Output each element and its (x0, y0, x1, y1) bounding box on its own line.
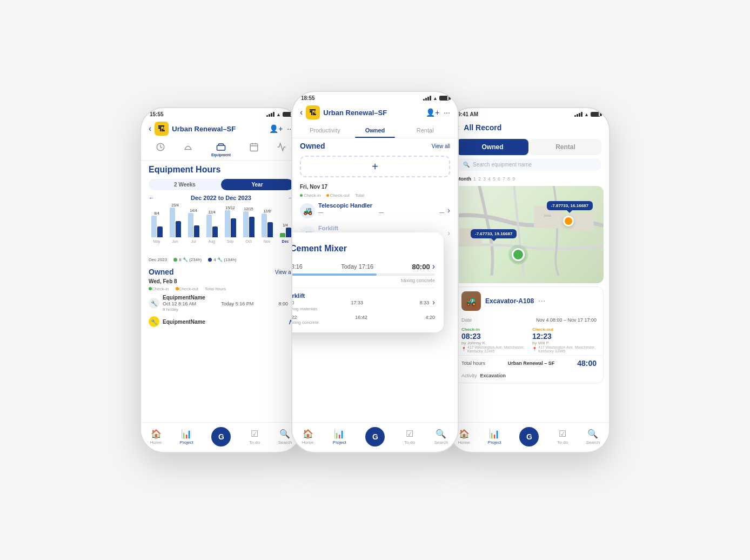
bnav-todo-left[interactable]: ☑ To-do (249, 429, 260, 445)
more-center[interactable]: ··· (444, 108, 450, 117)
status-bar-center: 18:55 ▲ (292, 92, 458, 102)
popup-title: Cement Mixer (291, 244, 347, 254)
popup-times-row: Oct 12 08:16 Today 17:16 80:00 › (291, 262, 435, 271)
date-label-left: Wed, Feb 8 (141, 277, 301, 285)
prev-date-btn[interactable]: ← (149, 195, 155, 201)
nav-calendar[interactable] (249, 142, 259, 157)
nav-helmet[interactable] (183, 142, 193, 157)
tab-rental[interactable]: Rental (400, 123, 450, 138)
add-person-center[interactable]: 👤+ (426, 108, 439, 117)
svg-rect-3 (250, 144, 258, 151)
fri-label: Fri, Nov 17 (292, 182, 458, 192)
bnav-home-left[interactable]: 🏠 Home (150, 429, 162, 445)
bnav-project-right[interactable]: 📊 Project (488, 429, 501, 445)
popup-forklift[interactable]: 🚛 Forklift 9:00 17:33 8:33 Moving materi… (291, 292, 435, 311)
owned-rental-toggle: Owned Rental (457, 139, 601, 155)
map-marker-green (508, 245, 528, 264)
chevron-telescopic: › (447, 206, 450, 215)
header-actions-left: 👤+ ··· (269, 124, 293, 133)
period-year[interactable]: Year (221, 179, 293, 190)
back-button-left[interactable]: ‹ (149, 124, 151, 134)
bnav-search-center[interactable]: 🔍 Search (434, 429, 448, 445)
search-box-right[interactable]: 🔍 Search equipment name (457, 158, 601, 171)
excavator-card: 🚜 Excavator-A108 ··· Date Nov 4 08:00 – … (454, 286, 604, 383)
checkout-col: Check-out 12:23 by Will P. 📍 417 Washing… (532, 327, 597, 353)
all-record-header: ‹ All Record (449, 118, 609, 137)
equip-row-2[interactable]: 🔧 EquipmentName ∧ (141, 314, 301, 329)
bar-nov: 12/8 Nov (259, 209, 275, 243)
excavator-img: 🚜 (461, 291, 481, 311)
equip-row-1[interactable]: 🔧 EquipmentName Oct 12 8:16 AM Today 5:1… (141, 292, 301, 314)
add-owned-btn[interactable]: + (300, 156, 450, 177)
checkinout-row: Check-in 08:23 by Johnny K. 📍 417 Washin… (455, 325, 603, 355)
view-all-center[interactable]: View all (432, 143, 450, 149)
bnav-project-left[interactable]: 📊 Project (180, 429, 193, 445)
status-bar-right: 9:41 AM ▲ (449, 108, 609, 118)
checkout-loc: 📍 417 Washington Ave, Manchester, Kentuc… (532, 345, 597, 353)
legend-rental: 4 🔧 (134h) (208, 257, 236, 262)
map-area: area -7.87733, 16.16687 -7.67733, 19.166… (454, 186, 604, 283)
signal-center (423, 96, 431, 101)
bnav-home-center[interactable]: 🏠 Home (302, 429, 313, 445)
header-actions-center: 👤+ ··· (426, 108, 450, 117)
wifi-center: ▲ (433, 96, 438, 101)
nav-icons-left: Equipment (141, 139, 301, 161)
bnav-todo-right[interactable]: ☑ To-do (557, 429, 568, 445)
battery-center (439, 96, 449, 101)
bar-may: 8/4 May (149, 211, 165, 243)
bnav-home-right[interactable]: 🏠 Home (458, 429, 470, 445)
view-all-left[interactable]: View all (275, 269, 293, 275)
app-header-left: ‹ 🏗 Urban Renewal–SF 👤+ ··· (141, 118, 301, 139)
tab-productivity[interactable]: Productivity (300, 123, 350, 138)
svg-rect-2 (217, 145, 225, 150)
status-bar-left: 15:55 ▲ (141, 108, 301, 118)
back-center[interactable]: ‹ (300, 108, 303, 117)
toggle-owned[interactable]: Owned (457, 139, 528, 155)
tab-owned[interactable]: Owned (350, 123, 400, 138)
section-title-left: Equipment Hours (141, 161, 301, 177)
col-labels-left: Check-in Check-out Total hours (141, 285, 301, 292)
time-left: 15:55 (150, 111, 164, 117)
bnav-todo-center[interactable]: ☑ To-do (404, 429, 415, 445)
nav-chart[interactable] (277, 142, 286, 157)
checkin-col: Check-in 08:23 by Johnny K. 📍 417 Washin… (461, 327, 526, 353)
search-icon-right: 🔍 (463, 162, 470, 168)
chart-bars: 8/4 May 23/4 Jun 14/4 Jul 12/4 A (149, 205, 293, 243)
equip-telescopic[interactable]: 🚜 Telescopic Handler ——— › (292, 199, 458, 222)
bar-aug: 12/4 Aug (204, 210, 220, 243)
nav-equipment[interactable]: Equipment (211, 142, 231, 157)
checkin-loc: 📍 417 Washington Ave, Manchester, Kentuc… (461, 345, 526, 353)
scene: 15:55 ▲ ‹ 🏗 Urban Renewal–SF 👤+ ··· (0, 0, 750, 560)
chart-area: 8/4 May 23/4 Jun 14/4 Jul 12/4 A (141, 203, 301, 257)
bottom-nav-center: 🏠 Home 📊 Project G ☑ To-do 🔍 Search (292, 422, 458, 452)
more-excavator[interactable]: ··· (538, 296, 545, 306)
legend: Dec 2023 8 🔧 (234h) 4 🔧 (134h) (141, 257, 301, 264)
bnav-search-right[interactable]: 🔍 Search (586, 429, 600, 445)
bar-jul: 14/4 Jul (185, 209, 202, 243)
proj-icon-center: 🏗 (306, 105, 320, 119)
period-toggle: 2 Weeks Year (149, 179, 293, 190)
bar-jun: 23/4 Jun (167, 203, 183, 243)
bnav-search-left[interactable]: 🔍 Search (278, 429, 292, 445)
bnav-project-center[interactable]: 📊 Project (333, 429, 346, 445)
equip-icon-1: 🔧 (149, 298, 159, 309)
bottom-nav-left: 🏠 Home 📊 Project G ☑ To-do 🔍 Search (141, 422, 301, 452)
svg-text:area: area (544, 214, 551, 217)
equip-icon-2: 🔧 (149, 316, 159, 327)
month-scroll: Month 1 2 3 4 5 6 7 8 9 (449, 174, 609, 184)
map-tooltip-1: -7.87733, 16.16687 (547, 201, 593, 210)
date-range-label: Dec 2022 to Dec 2023 (191, 195, 251, 201)
owned-header-left: Owned View all (141, 264, 301, 277)
wifi-right: ▲ (584, 112, 589, 117)
toggle-rental[interactable]: Rental (530, 139, 601, 155)
bar-sep: 15/12 Sep (222, 206, 238, 243)
bnav-fab-left[interactable]: G (211, 427, 231, 446)
nav-clock[interactable] (156, 142, 165, 157)
bnav-fab-right[interactable]: G (519, 427, 539, 446)
signal-right (574, 112, 582, 117)
period-2weeks[interactable]: 2 Weeks (149, 179, 221, 190)
legend-owned: 8 🔧 (234h) (173, 257, 202, 262)
add-person-icon[interactable]: 👤+ (269, 124, 283, 133)
bnav-fab-center[interactable]: G (365, 427, 385, 446)
app-header-center: ‹ 🏗 Urban Renewal–SF 👤+ ··· (292, 102, 458, 123)
